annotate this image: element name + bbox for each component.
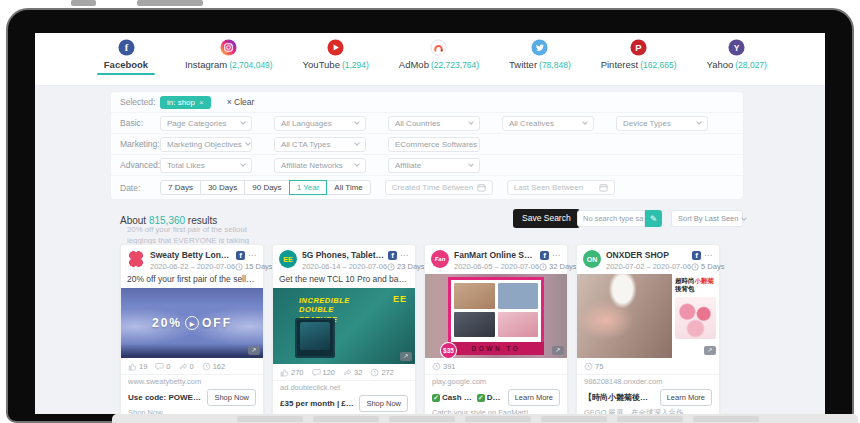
check-icon: ✓ [477, 394, 485, 402]
save-search-button[interactable]: Save Search [513, 209, 580, 228]
tab-yahoo[interactable]: Y Yahoo(28,027) [707, 39, 767, 75]
marketing-label: Marketing: [120, 139, 160, 149]
frame-ghost-tab [137, 0, 203, 6]
cta-button[interactable]: Shop Now [359, 395, 408, 412]
dropdown-all-creatives[interactable]: All Creatives [502, 116, 594, 131]
chip-remove-icon[interactable]: × [199, 98, 204, 107]
tab-youtube[interactable]: YouTube(1,294) [303, 39, 369, 75]
more-options-icon[interactable]: ⋯ [552, 251, 561, 260]
date-option-1-year[interactable]: 1 Year [289, 180, 328, 195]
chevron-down-icon [354, 161, 360, 167]
card-header: ON ONXDER SHOP f ⋯ 2020-07-02 – 2020-07-… [577, 245, 719, 274]
ad-creative-video[interactable]: 20%▶OFF ↗ [121, 288, 263, 358]
tab-label: YouTube [303, 59, 340, 70]
dropdown-affiliate-networks[interactable]: Affiliate Networks [274, 158, 366, 173]
tab-instagram[interactable]: Instagram(2,704,049) [185, 39, 273, 75]
advertiser-name[interactable]: ONXDER SHOP [606, 250, 689, 260]
tab-admob[interactable]: AdMob(22,723,764) [399, 39, 479, 75]
dropdown-all-countries[interactable]: All Countries [388, 116, 480, 131]
ad-link[interactable]: ad.doubleclick.net [273, 381, 415, 393]
youtube-icon [327, 39, 344, 56]
yahoo-icon: Y [728, 39, 745, 56]
ad-card[interactable]: Fan FanMart Online Shopping - F... f ⋯ 2… [424, 244, 568, 414]
ad-card[interactable]: Sweaty Betty London | Wom... f ⋯ 2020-06… [120, 244, 264, 414]
date-option-30-days[interactable]: 30 Days [200, 180, 245, 195]
filter-row-basic: Basic: Page Categories All Languages All… [111, 113, 743, 134]
tab-facebook[interactable]: f Facebook [97, 39, 155, 75]
dropdown-device-types[interactable]: Device Types [616, 116, 708, 131]
clock-icon [691, 263, 699, 271]
more-options-icon[interactable]: ⋯ [704, 251, 713, 260]
date-option-7-days[interactable]: 7 Days [160, 180, 201, 195]
ad-card[interactable]: EE 5G Phones, Tablets & SIMs | ... f ⋯ 2… [272, 244, 416, 414]
edit-saved-search-button[interactable]: ✎ [645, 210, 662, 227]
tab-count: (28,027) [735, 60, 767, 70]
ad-link[interactable]: www.sweatybetty.com [121, 375, 263, 387]
dropdown-page-categories[interactable]: Page Categories [160, 116, 252, 131]
ad-link[interactable]: 986208148.onxder.com [577, 375, 719, 387]
chevron-down-icon [468, 161, 474, 167]
ad-stats: 75 [577, 358, 719, 375]
filter-row-advanced: Advanced: Total Likes Affiliate Networks… [111, 155, 743, 176]
creative-photo [577, 274, 672, 358]
advertiser-logo: ON [583, 250, 601, 268]
dropdown-all-languages[interactable]: All Languages [274, 116, 366, 131]
dropdown-cta-types[interactable]: All CTA Types [274, 137, 366, 152]
clear-filters-link[interactable]: × Clear [227, 97, 255, 107]
more-options-icon[interactable]: ⋯ [400, 251, 409, 260]
play-icon[interactable]: ▶ [185, 316, 199, 330]
date-label: Date: [120, 183, 160, 193]
open-link-icon[interactable]: ↗ [400, 352, 412, 361]
cta-button[interactable]: Learn More [660, 389, 712, 406]
chevron-down-icon [582, 119, 588, 125]
tab-twitter[interactable]: Twitter(78,848) [509, 39, 571, 75]
open-link-icon[interactable]: ↗ [248, 346, 260, 355]
date-option-90-days[interactable]: 90 Days [244, 180, 289, 195]
clock-icon [370, 368, 379, 377]
tab-label: AdMob [399, 59, 429, 70]
selected-filter-chip[interactable]: in: shop× [160, 96, 211, 109]
like-icon [280, 368, 289, 377]
sort-dropdown[interactable]: Sort By Last Seen [671, 210, 743, 227]
ad-body-text: 20% off your first pair of the sellout l… [121, 274, 263, 288]
filter-row-marketing: Marketing: Marketing Objectives All CTA … [111, 134, 743, 155]
dropdown-total-likes[interactable]: Total Likes [160, 158, 252, 173]
created-time-input[interactable]: Created Time Between [385, 180, 493, 195]
more-options-icon[interactable]: ⋯ [248, 251, 257, 260]
open-link-icon[interactable]: ↗ [552, 346, 564, 355]
ad-card[interactable]: ON ONXDER SHOP f ⋯ 2020-07-02 – 2020-07-… [576, 244, 720, 414]
advertiser-name[interactable]: Sweaty Betty London | Wom... [150, 250, 233, 260]
date-range-segmented: 7 Days 30 Days 90 Days 1 Year All Time [160, 180, 371, 195]
date-option-all-time[interactable]: All Time [326, 180, 370, 195]
dropdown-affiliate[interactable]: Affiliate [388, 158, 480, 173]
device-mockup: f Facebook Instagram(2,704,049) YouTube(… [0, 0, 860, 423]
ad-creative-image[interactable]: DOWN TO $35 ↗ [425, 274, 567, 358]
ad-headline: £35 per month | £30 upfront | ... [280, 399, 355, 408]
last-seen-input[interactable]: Last Seen Between [507, 180, 615, 195]
ad-duration: 32 Days [549, 262, 577, 271]
chevron-down-icon [354, 119, 360, 125]
facebook-badge-icon: f [540, 251, 549, 260]
ad-link[interactable]: play.google.com [425, 375, 567, 387]
tab-label: Instagram [185, 59, 227, 70]
laptop-base [112, 414, 858, 423]
cta-button[interactable]: Learn More [508, 389, 560, 406]
ad-stats: 19 0 0 162 [121, 358, 263, 375]
open-link-icon[interactable]: ↗ [704, 346, 716, 355]
tab-label: Facebook [104, 59, 148, 70]
ad-creative-image[interactable]: INCREDIBLE DOUBLE FEATURE EE ↗ [273, 288, 415, 364]
filter-row-selected: Selected: in: shop× × Clear [111, 92, 743, 113]
check-icon: ✓ [432, 394, 440, 402]
tab-label: Twitter [509, 59, 537, 70]
dropdown-marketing-objectives[interactable]: Marketing Objectives [160, 137, 252, 152]
advertiser-name[interactable]: FanMart Online Shopping - F... [454, 250, 537, 260]
cta-button[interactable]: Shop Now [207, 389, 256, 406]
dropdown-ecommerce-softwares[interactable]: ECommerce Softwares [388, 137, 480, 152]
saved-search-dropdown[interactable]: No search type saved ... [577, 210, 645, 227]
filter-panel: Selected: in: shop× × Clear Basic: Page … [110, 91, 744, 200]
advertiser-name[interactable]: 5G Phones, Tablets & SIMs | ... [302, 250, 385, 260]
ad-creative-image[interactable]: 超時尚小雛菊後背包 ↗ [577, 274, 719, 358]
creative-overlay-text: 超時尚 [675, 277, 695, 284]
tab-pinterest[interactable]: P Pinterest(162,665) [601, 39, 677, 75]
ad-date-range: 2020-06-05 – 2020-07-06 [454, 262, 539, 271]
